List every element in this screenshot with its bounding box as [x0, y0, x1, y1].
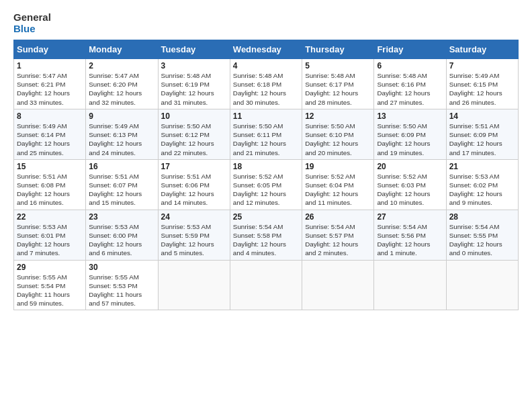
calendar-cell: 29Sunrise: 5:55 AM Sunset: 5:54 PM Dayli… — [14, 260, 86, 310]
day-number: 27 — [377, 212, 443, 222]
calendar-cell: 18Sunrise: 5:52 AM Sunset: 6:05 PM Dayli… — [230, 159, 302, 210]
calendar-cell: 7Sunrise: 5:49 AM Sunset: 6:15 PM Daylig… — [446, 59, 518, 109]
day-info: Sunrise: 5:54 AM Sunset: 5:55 PM Dayligh… — [449, 222, 515, 258]
calendar-cell: 27Sunrise: 5:54 AM Sunset: 5:56 PM Dayli… — [374, 210, 446, 260]
day-info: Sunrise: 5:50 AM Sunset: 6:11 PM Dayligh… — [233, 122, 299, 157]
day-info: Sunrise: 5:48 AM Sunset: 6:16 PM Dayligh… — [377, 71, 443, 107]
day-number: 9 — [89, 111, 154, 121]
calendar-cell: 30Sunrise: 5:55 AM Sunset: 5:53 PM Dayli… — [86, 260, 158, 310]
day-info: Sunrise: 5:51 AM Sunset: 6:08 PM Dayligh… — [17, 172, 83, 208]
logo: General Blue General Blue — [13, 12, 51, 34]
day-number: 15 — [17, 162, 83, 171]
calendar-cell: 19Sunrise: 5:52 AM Sunset: 6:04 PM Dayli… — [302, 159, 374, 210]
day-number: 24 — [161, 212, 227, 222]
day-info: Sunrise: 5:49 AM Sunset: 6:15 PM Dayligh… — [449, 71, 515, 107]
calendar-cell: 12Sunrise: 5:50 AM Sunset: 6:10 PM Dayli… — [302, 109, 374, 159]
calendar-table: SundayMondayTuesdayWednesdayThursdayFrid… — [13, 40, 519, 310]
day-info: Sunrise: 5:52 AM Sunset: 6:04 PM Dayligh… — [305, 172, 371, 208]
day-info: Sunrise: 5:48 AM Sunset: 6:17 PM Dayligh… — [305, 71, 371, 107]
header-tuesday: Tuesday — [158, 40, 230, 59]
calendar-cell: 8Sunrise: 5:49 AM Sunset: 6:14 PM Daylig… — [14, 109, 86, 159]
day-info: Sunrise: 5:54 AM Sunset: 5:57 PM Dayligh… — [305, 222, 371, 258]
logo-blue: Blue — [13, 24, 51, 35]
day-info: Sunrise: 5:50 AM Sunset: 6:12 PM Dayligh… — [161, 122, 227, 157]
day-number: 12 — [305, 111, 371, 121]
day-number: 14 — [449, 111, 515, 121]
day-number: 28 — [449, 212, 515, 222]
day-number: 22 — [17, 212, 83, 222]
header-sunday: Sunday — [14, 40, 86, 59]
day-info: Sunrise: 5:48 AM Sunset: 6:19 PM Dayligh… — [161, 71, 227, 107]
day-number: 6 — [377, 61, 443, 71]
calendar-cell: 5Sunrise: 5:48 AM Sunset: 6:17 PM Daylig… — [302, 59, 374, 109]
header-thursday: Thursday — [302, 40, 374, 59]
day-number: 25 — [233, 212, 299, 222]
header-monday: Monday — [86, 40, 158, 59]
day-number: 26 — [305, 212, 371, 222]
day-info: Sunrise: 5:51 AM Sunset: 6:09 PM Dayligh… — [449, 122, 515, 157]
calendar-week-row: 8Sunrise: 5:49 AM Sunset: 6:14 PM Daylig… — [14, 109, 519, 159]
day-info: Sunrise: 5:51 AM Sunset: 6:07 PM Dayligh… — [89, 172, 154, 208]
day-info: Sunrise: 5:55 AM Sunset: 5:54 PM Dayligh… — [17, 273, 83, 308]
calendar-cell: 14Sunrise: 5:51 AM Sunset: 6:09 PM Dayli… — [446, 109, 518, 159]
calendar-cell — [302, 260, 374, 310]
calendar-cell — [374, 260, 446, 310]
calendar-cell: 25Sunrise: 5:54 AM Sunset: 5:58 PM Dayli… — [230, 210, 302, 260]
calendar-cell: 2Sunrise: 5:47 AM Sunset: 6:20 PM Daylig… — [86, 59, 158, 109]
day-number: 3 — [161, 61, 227, 71]
calendar-cell: 22Sunrise: 5:53 AM Sunset: 6:01 PM Dayli… — [14, 210, 86, 260]
calendar-cell — [446, 260, 518, 310]
calendar-cell: 6Sunrise: 5:48 AM Sunset: 6:16 PM Daylig… — [374, 59, 446, 109]
day-number: 21 — [449, 162, 515, 171]
day-info: Sunrise: 5:47 AM Sunset: 6:20 PM Dayligh… — [89, 71, 154, 107]
day-number: 23 — [89, 212, 154, 222]
day-number: 16 — [89, 162, 154, 171]
day-info: Sunrise: 5:50 AM Sunset: 6:09 PM Dayligh… — [377, 122, 443, 157]
calendar-week-row: 22Sunrise: 5:53 AM Sunset: 6:01 PM Dayli… — [14, 210, 519, 260]
day-info: Sunrise: 5:52 AM Sunset: 6:03 PM Dayligh… — [377, 172, 443, 208]
day-number: 13 — [377, 111, 443, 121]
day-number: 18 — [233, 162, 299, 171]
calendar-week-row: 29Sunrise: 5:55 AM Sunset: 5:54 PM Dayli… — [14, 260, 519, 310]
calendar-week-row: 1Sunrise: 5:47 AM Sunset: 6:21 PM Daylig… — [14, 59, 519, 109]
calendar-cell: 10Sunrise: 5:50 AM Sunset: 6:12 PM Dayli… — [158, 109, 230, 159]
calendar-cell: 3Sunrise: 5:48 AM Sunset: 6:19 PM Daylig… — [158, 59, 230, 109]
calendar-cell: 21Sunrise: 5:53 AM Sunset: 6:02 PM Dayli… — [446, 159, 518, 210]
day-info: Sunrise: 5:53 AM Sunset: 5:59 PM Dayligh… — [161, 222, 227, 258]
day-info: Sunrise: 5:52 AM Sunset: 6:05 PM Dayligh… — [233, 172, 299, 208]
day-number: 30 — [89, 263, 154, 272]
day-number: 8 — [17, 111, 83, 121]
calendar-cell: 13Sunrise: 5:50 AM Sunset: 6:09 PM Dayli… — [374, 109, 446, 159]
header-wednesday: Wednesday — [230, 40, 302, 59]
day-number: 20 — [377, 162, 443, 171]
calendar-cell: 1Sunrise: 5:47 AM Sunset: 6:21 PM Daylig… — [14, 59, 86, 109]
logo-general: General — [13, 12, 51, 24]
calendar-header-row: SundayMondayTuesdayWednesdayThursdayFrid… — [14, 40, 519, 59]
day-info: Sunrise: 5:49 AM Sunset: 6:14 PM Dayligh… — [17, 122, 83, 157]
day-info: Sunrise: 5:49 AM Sunset: 6:13 PM Dayligh… — [89, 122, 154, 157]
day-info: Sunrise: 5:47 AM Sunset: 6:21 PM Dayligh… — [17, 71, 83, 107]
calendar-cell: 28Sunrise: 5:54 AM Sunset: 5:55 PM Dayli… — [446, 210, 518, 260]
day-number: 4 — [233, 61, 299, 71]
day-number: 11 — [233, 111, 299, 121]
calendar-cell: 16Sunrise: 5:51 AM Sunset: 6:07 PM Dayli… — [86, 159, 158, 210]
day-number: 7 — [449, 61, 515, 71]
calendar-cell: 9Sunrise: 5:49 AM Sunset: 6:13 PM Daylig… — [86, 109, 158, 159]
day-info: Sunrise: 5:53 AM Sunset: 6:02 PM Dayligh… — [449, 172, 515, 208]
day-number: 10 — [161, 111, 227, 121]
calendar-cell: 17Sunrise: 5:51 AM Sunset: 6:06 PM Dayli… — [158, 159, 230, 210]
day-number: 19 — [305, 162, 371, 171]
day-info: Sunrise: 5:54 AM Sunset: 5:56 PM Dayligh… — [377, 222, 443, 258]
calendar-cell: 24Sunrise: 5:53 AM Sunset: 5:59 PM Dayli… — [158, 210, 230, 260]
day-number: 5 — [305, 61, 371, 71]
day-number: 2 — [89, 61, 154, 71]
calendar-cell: 23Sunrise: 5:53 AM Sunset: 6:00 PM Dayli… — [86, 210, 158, 260]
day-number: 1 — [17, 61, 83, 71]
day-info: Sunrise: 5:55 AM Sunset: 5:53 PM Dayligh… — [89, 273, 154, 308]
calendar-cell: 26Sunrise: 5:54 AM Sunset: 5:57 PM Dayli… — [302, 210, 374, 260]
day-info: Sunrise: 5:51 AM Sunset: 6:06 PM Dayligh… — [161, 172, 227, 208]
day-info: Sunrise: 5:50 AM Sunset: 6:10 PM Dayligh… — [305, 122, 371, 157]
header-friday: Friday — [374, 40, 446, 59]
calendar-cell: 20Sunrise: 5:52 AM Sunset: 6:03 PM Dayli… — [374, 159, 446, 210]
day-info: Sunrise: 5:48 AM Sunset: 6:18 PM Dayligh… — [233, 71, 299, 107]
